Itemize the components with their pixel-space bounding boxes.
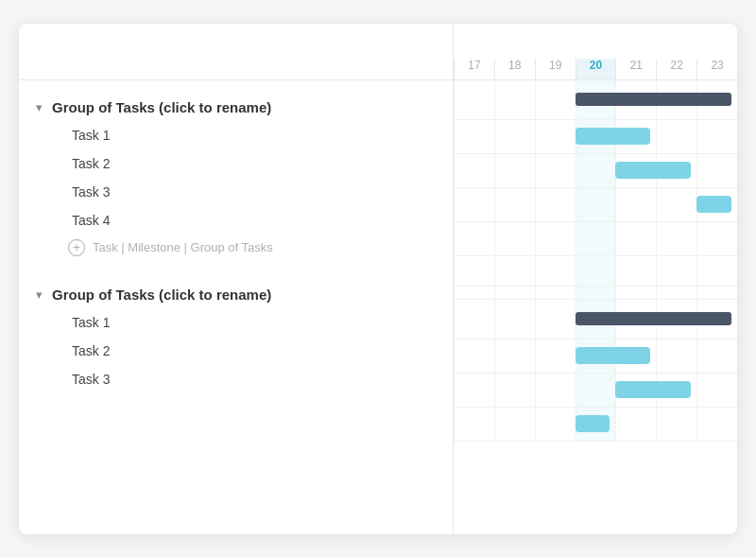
gantt-cell	[656, 300, 696, 339]
task-label: Task 2	[72, 343, 110, 358]
add-icon[interactable]: +	[68, 239, 85, 256]
collapse-arrow-icon[interactable]: ▾	[36, 287, 43, 302]
gantt-grid-row	[454, 300, 737, 339]
gantt-cell	[494, 154, 535, 187]
gantt-cell	[615, 256, 656, 286]
gantt-cell	[576, 339, 616, 373]
gantt-cell	[454, 339, 494, 373]
task-row: Task 2	[19, 337, 453, 365]
gantt-cell	[454, 300, 494, 339]
task-row: Task 2	[19, 149, 453, 178]
gantt-cell	[696, 120, 737, 153]
gantt-grid-row	[454, 339, 737, 374]
gantt-cell	[656, 339, 696, 373]
gantt-col-header-18: 18	[494, 59, 535, 79]
add-task-row[interactable]: +Task | Milestone | Group of Tasks	[19, 235, 453, 264]
task-row: Task 3	[19, 365, 453, 393]
gantt-cell	[615, 339, 656, 373]
gantt-cell	[696, 287, 737, 299]
gantt-col-header-22: 22	[656, 59, 696, 79]
gantt-cell	[535, 120, 576, 153]
gantt-grid-row	[454, 222, 737, 256]
gantt-grid-row	[454, 80, 737, 120]
gantt-columns: 17181920212223	[454, 59, 737, 79]
gantt-cell	[494, 188, 535, 221]
task-label: Task 1	[72, 315, 110, 330]
gantt-cell	[454, 374, 494, 407]
gantt-col-header-21: 21	[615, 59, 656, 79]
gantt-cell	[454, 188, 494, 221]
gantt-cell	[696, 222, 737, 255]
group-separator	[19, 264, 453, 277]
gantt-cell	[576, 80, 616, 119]
gantt-cell	[454, 408, 494, 441]
task-row: Task 3	[19, 178, 453, 206]
gantt-cell	[615, 120, 656, 153]
gantt-cell	[535, 256, 576, 286]
gantt-grid-row	[454, 408, 737, 442]
gantt-cell	[615, 408, 656, 441]
gantt-cell	[454, 256, 494, 286]
gantt-col-header-19: 19	[535, 59, 576, 79]
gantt-cell	[696, 300, 737, 339]
gantt-grid-row	[454, 256, 737, 287]
gantt-cell	[576, 287, 616, 299]
gantt-cell	[696, 80, 737, 119]
gantt-cell	[494, 374, 535, 407]
gantt-cell	[535, 287, 576, 299]
gantt-cell	[615, 188, 656, 221]
gantt-cell	[454, 120, 494, 153]
gantt-grid-row	[454, 154, 737, 188]
gantt-cell	[494, 287, 535, 299]
project-card: ▾Group of Tasks (click to rename)Task 1T…	[19, 24, 737, 534]
gantt-cell	[615, 300, 656, 339]
task-list: ▾Group of Tasks (click to rename)Task 1T…	[19, 80, 453, 403]
gantt-cell	[615, 374, 656, 407]
task-label: Task 2	[72, 156, 110, 171]
gantt-cell	[494, 300, 535, 339]
gantt-grid-row	[454, 374, 737, 408]
task-row: Task 1	[19, 308, 453, 337]
gantt-cell	[696, 408, 737, 441]
gantt-cell	[535, 154, 576, 187]
gantt-cell	[494, 339, 535, 373]
gantt-cell	[535, 222, 576, 255]
gantt-container: ▾Group of Tasks (click to rename)Task 1T…	[19, 24, 737, 534]
task-label: Task 4	[72, 213, 110, 228]
group-row-group1[interactable]: ▾Group of Tasks (click to rename)	[19, 90, 453, 121]
gantt-cell	[615, 154, 656, 187]
gantt-body	[454, 80, 737, 534]
gantt-cell	[576, 120, 616, 153]
gantt-cell	[656, 408, 696, 441]
gantt-cell	[576, 374, 616, 407]
gantt-cell	[656, 80, 696, 119]
gantt-cell	[656, 374, 696, 407]
gantt-cell	[576, 222, 616, 255]
gantt-col-header-20: 20	[576, 59, 616, 79]
gantt-cell	[615, 287, 656, 299]
task-row: Task 4	[19, 206, 453, 235]
gantt-grid-row	[454, 287, 737, 300]
gantt-header: 17181920212223	[454, 24, 737, 80]
collapse-arrow-icon[interactable]: ▾	[36, 100, 43, 114]
group-label: Group of Tasks (click to rename)	[52, 99, 271, 115]
gantt-cell	[576, 300, 616, 339]
gantt-cell	[656, 120, 696, 153]
gantt-cell	[576, 188, 616, 221]
gantt-cell	[454, 287, 494, 299]
gantt-cell	[576, 256, 616, 286]
group-row-group2[interactable]: ▾Group of Tasks (click to rename)	[19, 277, 453, 308]
gantt-cell	[535, 300, 576, 339]
gantt-grid-row	[454, 188, 737, 222]
gantt-cell	[696, 256, 737, 286]
gantt-col-header-17: 17	[454, 59, 494, 79]
gantt-grid-row	[454, 120, 737, 154]
gantt-cell	[535, 408, 576, 441]
task-label: Task 3	[72, 184, 110, 200]
gantt-cell	[494, 120, 535, 153]
gantt-cell	[696, 154, 737, 187]
task-label: Task 1	[72, 128, 110, 143]
gantt-cell	[615, 222, 656, 255]
gantt-cell	[656, 256, 696, 286]
gantt-cell	[576, 408, 616, 441]
